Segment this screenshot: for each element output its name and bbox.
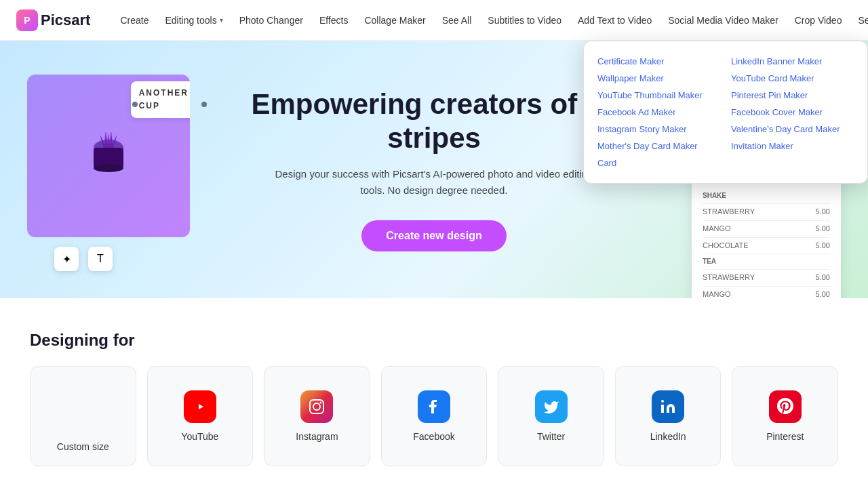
twitter-bird-icon [543,399,559,414]
svg-point-9 [313,403,320,410]
pinterest-icon [777,398,793,415]
custom-size-label: Custom size [57,441,109,452]
dropdown-link-facebook-ad[interactable]: Facebook Ad Maker [597,106,720,119]
dropdown-link-certificate-maker[interactable]: Certificate Maker [597,55,720,68]
hero-left-design: ANOTHERCUP ✦ T [27,75,203,264]
logo-icon: P [16,9,38,31]
dropdown-link-linkedin-banner[interactable]: LinkedIn Banner Maker [731,55,854,68]
create-new-design-button[interactable]: Create new design [361,220,506,251]
svg-point-2 [94,164,123,172]
designing-for-section: Designing for Custom size YouTube [0,298,868,488]
instagram-label: Instagram [296,431,338,442]
hero-product-menu: SHAKE STRAWBERRY5.00 MANGO5.00 CHOCOLATE… [703,188,830,298]
hero-card-graphic: ANOTHERCUP [27,75,190,237]
hero-title: Empowering creators of all stripes [231,87,637,156]
design-card-custom-size[interactable]: Custom size [30,366,136,466]
dropdown-link-invitation[interactable]: Invitation Maker [731,140,854,152]
nav-see-all-editing[interactable]: See All [434,9,480,31]
logo[interactable]: P Picsart [16,9,90,31]
logo-text: Picsart [41,12,90,29]
twitter-icon-wrapper [535,390,568,423]
designing-for-title: Designing for [30,331,838,350]
youtube-play-icon [193,401,208,412]
dropdown-link-facebook-cover[interactable]: Facebook Cover Maker [731,106,854,119]
linkedin-label: LinkedIn [650,431,686,442]
main-nav: Create Editing tools ▾ Photo Changer Eff… [112,9,868,31]
dropdown-link-card[interactable]: Card [597,157,720,169]
nav-effects[interactable]: Effects [311,9,357,31]
header: P Picsart Create Editing tools ▾ Photo C… [0,0,868,41]
design-cards-row: Custom size YouTube [30,366,838,466]
design-card-linkedin[interactable]: LinkedIn [615,366,722,466]
svg-point-10 [320,402,322,404]
nav-social-media-video[interactable]: Social Media Video Maker [660,9,786,31]
hero-text-tool-btn[interactable]: T [88,247,113,271]
twitter-label: Twitter [537,431,565,442]
nav-crop-video[interactable]: Crop Video [787,9,850,31]
cursor-dot-1 [132,102,138,107]
hero-card-text-overlay: ANOTHERCUP [131,81,190,118]
dropdown-link-youtube-thumbnail[interactable]: YouTube Thumbnail Maker [597,89,720,102]
nav-create[interactable]: Create [112,9,157,31]
linkedin-icon-wrapper [652,390,684,423]
hero-center-content: Empowering creators of all stripes Desig… [231,87,637,252]
cursor-dot-2 [201,102,207,107]
dropdown-link-pinterest-pin[interactable]: Pinterest Pin Maker [731,89,854,102]
chevron-down-icon: ▾ [220,16,223,24]
nav-photo-changer[interactable]: Photo Changer [231,9,311,31]
design-card-facebook[interactable]: Facebook [381,366,488,466]
nav-editing-tools[interactable]: Editing tools ▾ [157,9,231,31]
facebook-icon-wrapper [418,390,450,423]
facebook-icon [426,398,442,415]
hero-sticker-tool-btn[interactable]: ✦ [54,247,79,271]
design-card-instagram[interactable]: Instagram [264,366,370,466]
nav-subtitles-to-video[interactable]: Subtitles to Video [479,9,570,31]
dropdown-link-valentines[interactable]: Valentine's Day Card Maker [731,123,854,136]
linkedin-icon [660,399,676,415]
pinterest-icon-wrapper [769,390,802,423]
facebook-label: Facebook [413,431,454,442]
dropdown-link-instagram-story[interactable]: Instagram Story Maker [597,123,720,136]
hero-subtitle: Design your success with Picsart's AI-po… [271,166,597,199]
design-card-youtube[interactable]: YouTube [147,366,254,466]
dropdown-link-wallpaper-maker[interactable]: Wallpaper Maker [597,72,720,85]
youtube-label: YouTube [181,431,218,442]
pinterest-label: Pinterest [766,431,804,442]
nav-collage-maker[interactable]: Collage Maker [356,9,433,31]
nav-add-text-to-video[interactable]: Add Text to Video [570,9,660,31]
instagram-icon-wrapper [300,390,333,423]
cup-svg-icon [81,129,136,183]
youtube-icon [184,390,216,423]
design-card-twitter[interactable]: Twitter [498,366,604,466]
design-card-pinterest[interactable]: Pinterest [732,366,838,466]
svg-point-11 [661,400,664,403]
instagram-icon [308,398,326,415]
dropdown-link-mothers-day[interactable]: Mother's Day Card Maker [597,140,720,152]
dropdown-link-youtube-card[interactable]: YouTube Card Maker [731,72,854,85]
nav-see-all-video[interactable]: See All [850,9,868,31]
design-dropdown: Certificate Maker LinkedIn Banner Maker … [583,41,868,184]
